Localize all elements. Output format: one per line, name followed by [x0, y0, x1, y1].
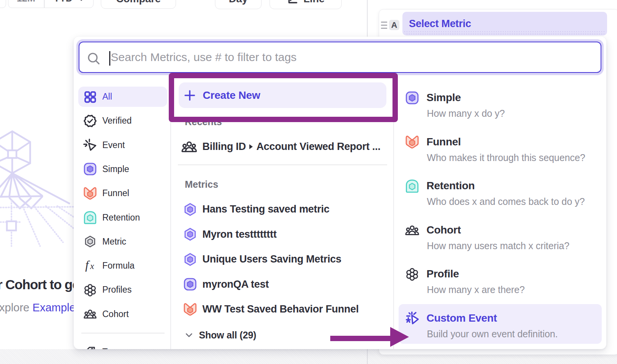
- svg-text:f: f: [85, 259, 90, 272]
- svg-text:x: x: [90, 261, 94, 271]
